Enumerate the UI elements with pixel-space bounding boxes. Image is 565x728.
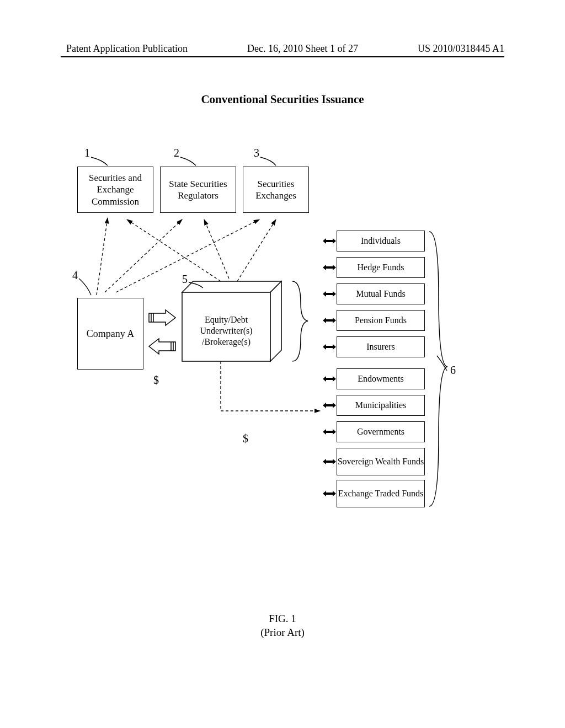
svg-line-10	[97, 218, 108, 295]
investor-individuals: Individuals	[337, 231, 425, 251]
svg-marker-0	[182, 281, 281, 292]
diagram-title: Conventional Securities Issuance	[0, 93, 565, 106]
header-right: US 2010/0318445 A1	[418, 43, 504, 55]
figure-number: FIG. 1	[0, 612, 565, 626]
investor-etf: Exchange Traded Funds	[337, 480, 425, 507]
figure-caption: FIG. 1 (Prior Art)	[0, 612, 565, 639]
header-center: Dec. 16, 2010 Sheet 1 of 27	[247, 43, 358, 55]
svg-marker-2	[270, 281, 281, 361]
svg-line-12	[116, 220, 259, 292]
figure-note: (Prior Art)	[0, 626, 565, 640]
dollar-sign-2: $	[243, 432, 248, 445]
svg-line-13	[127, 220, 221, 281]
ref-3: 3	[254, 147, 259, 159]
dollar-sign-1: $	[153, 374, 159, 387]
svg-line-15	[237, 220, 276, 281]
svg-marker-6	[149, 339, 175, 354]
investor-insurers: Insurers	[337, 336, 425, 357]
investor-municipalities: Municipalities	[337, 395, 425, 416]
ref-2: 2	[174, 147, 179, 159]
ref-6: 6	[450, 364, 456, 377]
header-left: Patent Application Publication	[66, 43, 188, 55]
ref-1: 1	[84, 147, 90, 159]
svg-line-11	[105, 220, 182, 292]
box-state-regulators: State Securities Regulators	[160, 167, 236, 213]
ref-4: 4	[72, 269, 78, 282]
header-rule	[61, 56, 504, 57]
box-company-a: Company A	[77, 298, 143, 370]
page-header: Patent Application Publication Dec. 16, …	[0, 43, 565, 55]
investor-governments: Governments	[337, 421, 425, 442]
svg-line-14	[204, 220, 229, 279]
investor-pension-funds: Pension Funds	[337, 310, 425, 331]
ref-5: 5	[182, 273, 188, 286]
box-underwriter: Equity/Debt Underwriter(s) /Brokerage(s)	[188, 314, 265, 347]
box-exchanges: Securities Exchanges	[243, 167, 309, 213]
svg-marker-3	[149, 310, 175, 325]
investor-mutual-funds: Mutual Funds	[337, 283, 425, 304]
investor-sovereign-wealth: Sovereign Wealth Funds	[337, 448, 425, 475]
investor-endowments: Endowments	[337, 368, 425, 389]
box-sec: Securities and Exchange Commission	[77, 167, 153, 213]
investor-hedge-funds: Hedge Funds	[337, 257, 425, 278]
